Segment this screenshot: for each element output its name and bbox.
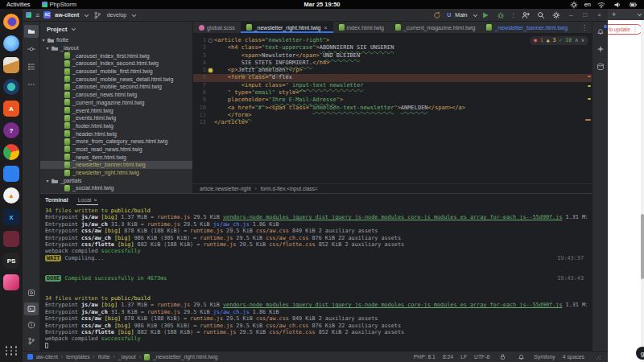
problems-icon[interactable] (24, 319, 39, 331)
terminal-cursor-line[interactable] (45, 343, 587, 349)
code-line-7[interactable]: 7 <input class=" input-text newsletter (193, 82, 592, 89)
tree-item-_newsletter_banner-html-twig[interactable]: _newsletter_banner.html.twig (40, 161, 192, 169)
x-app-icon[interactable]: X (3, 209, 19, 225)
tree-item-_layout[interactable]: ▾_layout (40, 44, 192, 52)
code-line-4[interactable]: 4 SIE STETS INFORMIERT.</h4> (193, 60, 592, 67)
floating-badge[interactable]: g (636, 347, 644, 360)
intention-bulb-icon[interactable] (208, 68, 213, 72)
terminal-output[interactable]: 34 files written to public/buildEntrypoi… (40, 205, 592, 349)
tree-item-_carousel_index_first-html-twig[interactable]: _carousel_index_first.html.twig (40, 51, 192, 60)
code-line-3[interactable]: 3 <span>Newsletter</span> UND BLEIBEN (193, 52, 592, 60)
warning-stripe-mark[interactable] (588, 85, 591, 87)
maximize-button[interactable]: □ (580, 11, 590, 19)
commit-icon[interactable] (24, 43, 39, 56)
breadcrumb-item[interactable]: article.newsletter-right (200, 186, 251, 191)
scrollbar-thumb[interactable] (641, 214, 644, 279)
close-icon[interactable]: × (93, 197, 97, 203)
inspections-widget[interactable]: ● 1 ▲ 3 ✓ 10 ∧ ∨ (530, 36, 588, 45)
chevron-down-icon[interactable]: ▾ (44, 178, 51, 183)
warning-stripe-mark[interactable] (585, 119, 591, 121)
more-icon[interactable]: ⋮ (633, 27, 638, 33)
pink-app-icon[interactable] (3, 274, 19, 290)
tree-item-_header-html-twig[interactable]: _header.html.twig (40, 130, 192, 138)
phpstorm-icon[interactable]: PS (3, 253, 19, 269)
show-applications-button[interactable] (5, 344, 18, 357)
next-problem-button[interactable]: ∨ (581, 37, 584, 44)
status-path-segment[interactable]: flotte (98, 354, 110, 360)
warning-stripe-mark[interactable] (588, 98, 591, 100)
chrome-icon[interactable] (3, 144, 19, 160)
database-icon[interactable] (593, 60, 608, 73)
tree-item-_event-html-twig[interactable]: _event.html.twig (40, 106, 192, 114)
project-panel-title[interactable]: Project (47, 26, 67, 33)
new-tab-button[interactable]: + (612, 10, 636, 19)
status-breadcrumb[interactable]: aw-client›templates›flotte›_layout›_news… (27, 354, 218, 360)
maroon-app-icon[interactable] (3, 231, 19, 247)
status-path-segment[interactable]: _layout (118, 354, 136, 360)
prev-problem-button[interactable]: ∧ (575, 37, 578, 44)
code-with-me-button[interactable] (520, 10, 531, 21)
code-line-2[interactable]: 2 <h4 class="text-uppercase">ABONNIEREN … (193, 44, 592, 51)
tree-item-_events-html-twig[interactable]: _events.html.twig (40, 114, 192, 122)
tree-item-_carousel_news-html-twig[interactable]: _carousel_news.html.twig (40, 91, 192, 99)
lock-icon[interactable] (497, 352, 508, 362)
main-menu-button[interactable]: ≡ (35, 11, 39, 19)
notifications-icon[interactable] (515, 352, 526, 362)
keyboard-layout-indicator[interactable]: en (584, 1, 591, 8)
file-encoding[interactable]: UTF-8 (474, 354, 489, 360)
terminal-tab-local[interactable]: Local × (76, 194, 99, 205)
tree-item-_carousel_mobile_first-html-twig[interactable]: _carousel_mobile_first.html.twig (40, 68, 192, 76)
vscode-icon[interactable] (3, 166, 19, 182)
firefox-icon[interactable] (3, 14, 19, 30)
status-path-segment[interactable]: aw-client (36, 354, 58, 360)
code-line-11[interactable]: 11 </form> (193, 112, 592, 119)
code-line-9[interactable]: 9 placeholder="Ihre E-Mail-Adresse"> (193, 97, 592, 104)
code-line-12[interactable]: 12</article> (193, 119, 592, 126)
help-viewer-icon[interactable]: ? (3, 122, 19, 138)
more-icon[interactable] (24, 78, 39, 91)
editor-tab-_newsletter_banner-html-twig[interactable]: _newsletter_banner.html.twig (481, 22, 573, 33)
tree-item-_social-html-twig[interactable]: _social.html.twig (40, 184, 192, 192)
line-separator[interactable]: LF (460, 354, 467, 360)
git-branch-icon[interactable] (24, 335, 39, 348)
project-selector[interactable]: aw-client (55, 12, 79, 18)
music-player-icon[interactable] (3, 79, 19, 95)
caret-position[interactable]: 8:24 (443, 354, 453, 360)
close-tab-icon[interactable]: × (324, 25, 328, 31)
tree-item-_news_item-html-twig[interactable]: _news_item.html.twig (40, 153, 192, 161)
indent-setting[interactable]: 4 spaces (563, 354, 584, 360)
tree-item-_footer-html-twig[interactable]: _footer.html.twig (40, 122, 192, 130)
tree-item-_carousel_mobile_second-html-twig[interactable]: _carousel_mobile_second.html.twig (40, 83, 192, 91)
error-stripe-mark[interactable] (588, 76, 591, 77)
structure-icon[interactable] (24, 60, 39, 73)
ide-settings-button[interactable] (551, 10, 562, 21)
breadcrumb-item[interactable]: form.d-flex.<input.class= (261, 186, 318, 191)
vlc-icon[interactable]: ▲ (3, 187, 19, 204)
run-button[interactable] (480, 10, 491, 21)
services-icon[interactable] (24, 286, 39, 299)
tab-list-more-icon[interactable]: ⋮ (577, 22, 592, 33)
tree-item-_current_magazine-html-twig[interactable]: _current_magazine.html.twig (40, 99, 192, 107)
terminal-title[interactable]: Terminal (45, 197, 68, 203)
branch-selector[interactable]: develop (107, 12, 127, 18)
code-line-8[interactable]: 8 " type="email" style="" (193, 89, 592, 97)
php-version[interactable]: PHP: 8.1 (414, 354, 436, 360)
terminal-icon[interactable] (24, 302, 39, 315)
run-configuration-selector[interactable]: Main (455, 12, 467, 18)
tree-item-_most_read_news-html-twig[interactable]: _most_read_news.html.twig (40, 146, 192, 154)
update-notification[interactable]: ch to update ⋮ (608, 24, 642, 35)
chevron-down-icon[interactable] (637, 12, 641, 16)
focused-app-indicator[interactable]: PhpStorm (42, 1, 76, 8)
activities-button[interactable]: Activities (6, 1, 31, 8)
code-line-5[interactable]: 5 <p>Jetzt anmelden!</p> (193, 67, 592, 74)
tree-item-_carousel_index_second-html-twig[interactable]: _carousel_index_second.html.twig (40, 60, 192, 68)
tree-item-_partials[interactable]: ▾_partials (40, 176, 192, 184)
chevron-down-icon[interactable]: ▾ (40, 37, 47, 43)
ai-assistant-icon[interactable] (593, 43, 608, 56)
code-line-6[interactable]: 6 <form class="d-flex (193, 74, 592, 81)
thunderbird-icon[interactable] (3, 35, 19, 51)
software-center-icon[interactable]: A (3, 101, 19, 117)
editor-tab-_current_magazine-html-twig[interactable]: _current_magazine.html.twig (390, 22, 481, 33)
gutter-inlay-icon[interactable] (208, 39, 213, 43)
close-button[interactable]: × (594, 11, 605, 19)
